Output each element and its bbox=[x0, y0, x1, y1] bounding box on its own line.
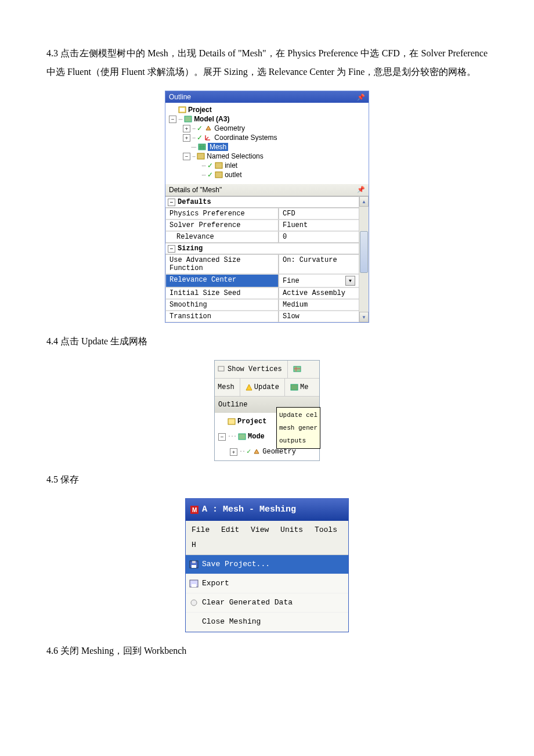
show-vertices-button[interactable]: Show Vertices bbox=[215, 361, 285, 378]
pin-icon[interactable]: 📌 bbox=[357, 93, 365, 101]
tree-geometry[interactable]: +···✓Geometry bbox=[169, 124, 367, 133]
prop-label: Physics Preference bbox=[165, 208, 279, 219]
update-button[interactable]: Update bbox=[243, 379, 282, 396]
update-toolbar: Show Vertices Mesh Update Me Outline Upd… bbox=[214, 360, 320, 461]
menu-label: Close Meshing bbox=[202, 614, 261, 629]
relevance-center-dropdown[interactable]: Fine▼ bbox=[279, 274, 359, 287]
check-icon: ✓ bbox=[197, 134, 203, 142]
tip-line: mesh gener bbox=[279, 422, 317, 434]
prop-label: Relevance bbox=[165, 231, 279, 243]
tree-inlet[interactable]: ····✓inlet bbox=[169, 161, 367, 170]
prop-label: Smoothing bbox=[165, 299, 279, 311]
file-menu: Save Project... Export Clear Generated D… bbox=[186, 555, 348, 632]
scroll-up-icon[interactable]: ▲ bbox=[359, 196, 369, 207]
paragraph-4-5: 4.5 保存 bbox=[46, 470, 488, 489]
tree-coord[interactable]: +···✓Coordinate Systems bbox=[169, 133, 367, 142]
cat-label: Sizing bbox=[178, 244, 203, 253]
prop-label: Solver Preference bbox=[165, 219, 279, 231]
save-icon bbox=[189, 560, 199, 568]
menu-tools[interactable]: Tools bbox=[311, 524, 341, 535]
collapse-icon[interactable]: − bbox=[218, 433, 226, 441]
paragraph-4-4: 4.4 点击 Update 生成网格 bbox=[46, 332, 488, 351]
svg-text:M: M bbox=[192, 507, 197, 513]
menu-file[interactable]: File bbox=[188, 524, 213, 535]
tree-project[interactable]: Project bbox=[169, 105, 367, 114]
svg-rect-11 bbox=[239, 434, 246, 440]
expand-icon[interactable]: + bbox=[183, 134, 190, 142]
btn-label: Show Vertices bbox=[228, 362, 282, 376]
check-icon: ✓ bbox=[197, 124, 203, 132]
tree-label: Project bbox=[237, 415, 266, 429]
prop-value[interactable]: Slow bbox=[279, 311, 359, 322]
paragraph-4-6: 4.6 关闭 Meshing，回到 Workbench bbox=[46, 642, 488, 660]
tree-mesh[interactable]: ·····Mesh bbox=[169, 142, 367, 152]
tree-label: Named Selections bbox=[207, 152, 263, 160]
check-icon: ✓ bbox=[247, 445, 251, 459]
tree-model[interactable]: −····Model (A3) bbox=[169, 114, 367, 124]
collapse-icon[interactable]: − bbox=[169, 116, 176, 123]
mesh-icon-button[interactable]: Me bbox=[287, 379, 311, 396]
menu-view[interactable]: View bbox=[247, 524, 272, 535]
menu-h[interactable]: H bbox=[188, 539, 200, 550]
tree-outlet[interactable]: ····✓outlet bbox=[169, 170, 367, 179]
category-defaults[interactable]: −Defaults bbox=[165, 196, 359, 208]
scroll-thumb[interactable] bbox=[360, 231, 368, 273]
prop-label: Transition bbox=[165, 311, 279, 322]
menu-units[interactable]: Units bbox=[277, 524, 306, 535]
export-icon bbox=[189, 579, 199, 588]
collapse-icon[interactable]: − bbox=[183, 153, 190, 160]
menu-label: Export bbox=[202, 576, 229, 591]
tree-label: Project bbox=[188, 106, 212, 114]
prop-value[interactable]: Medium bbox=[279, 299, 359, 311]
outline-panel: Outline 📌 Project −····Model (A3) +···✓G… bbox=[165, 91, 369, 323]
btn-label: Mesh bbox=[218, 380, 234, 394]
outline-tree: Project −····Model (A3) +···✓Geometry +·… bbox=[165, 103, 369, 184]
export-item[interactable]: Export bbox=[186, 574, 348, 593]
prop-value[interactable]: 0 bbox=[279, 231, 359, 243]
details-header: Details of "Mesh"📌 bbox=[165, 184, 369, 196]
prop-label: Use Advanced Size Function bbox=[165, 254, 279, 274]
collapse-icon[interactable]: − bbox=[168, 245, 175, 253]
outline-titlebar: Outline 📌 bbox=[165, 91, 369, 103]
pin-icon[interactable]: 📌 bbox=[357, 186, 365, 193]
prop-label-selected: Relevance Center bbox=[165, 274, 279, 287]
svg-rect-5 bbox=[215, 163, 222, 168]
tree-named[interactable]: −···Named Selections bbox=[169, 152, 367, 161]
prop-value[interactable]: On: Curvature bbox=[279, 254, 359, 274]
wireframe-icon[interactable] bbox=[290, 364, 305, 375]
svg-rect-9 bbox=[291, 384, 298, 390]
svg-rect-2 bbox=[185, 116, 192, 122]
prop-value[interactable]: CFD bbox=[279, 208, 359, 219]
prop-value[interactable]: Fluent bbox=[279, 219, 359, 231]
clear-data-item[interactable]: Clear Generated Data bbox=[186, 593, 348, 613]
svg-rect-7 bbox=[218, 366, 224, 371]
chevron-down-icon[interactable]: ▼ bbox=[345, 276, 355, 286]
check-icon: ✓ bbox=[207, 161, 213, 170]
collapse-icon[interactable]: − bbox=[168, 199, 175, 206]
svg-rect-1 bbox=[180, 108, 185, 111]
svg-rect-15 bbox=[192, 565, 196, 568]
expand-icon[interactable]: + bbox=[183, 125, 190, 132]
menu-label: Save Project... bbox=[202, 557, 270, 572]
details-grid: −Defaults Physics PreferenceCFD Solver P… bbox=[165, 196, 359, 322]
mesh-button[interactable]: Mesh bbox=[215, 379, 237, 396]
menu-edit[interactable]: Edit bbox=[218, 524, 243, 535]
tooltip: Update cel mesh gener outputs bbox=[276, 407, 320, 449]
close-meshing-item[interactable]: Close Meshing bbox=[186, 613, 348, 632]
svg-rect-18 bbox=[192, 584, 196, 587]
btn-label: Me bbox=[300, 380, 308, 394]
category-sizing[interactable]: −Sizing bbox=[165, 243, 359, 254]
svg-point-19 bbox=[191, 600, 197, 606]
expand-icon[interactable]: + bbox=[230, 448, 237, 456]
tree-label: Model (A3) bbox=[194, 115, 229, 123]
scrollbar[interactable]: ▲ ▼ bbox=[359, 196, 369, 322]
svg-rect-4 bbox=[197, 153, 204, 159]
prop-value[interactable]: Active Assembly bbox=[279, 287, 359, 299]
outline-mini-header: Outline Update cel mesh gener outputs bbox=[215, 397, 319, 413]
prop-label: Initial Size Seed bbox=[165, 287, 279, 299]
scroll-down-icon[interactable]: ▼ bbox=[359, 312, 369, 322]
save-project-item[interactable]: Save Project... bbox=[186, 555, 348, 574]
svg-rect-6 bbox=[215, 172, 222, 178]
menu-label: Clear Generated Data bbox=[202, 595, 293, 610]
tip-line: Update cel bbox=[279, 409, 317, 422]
